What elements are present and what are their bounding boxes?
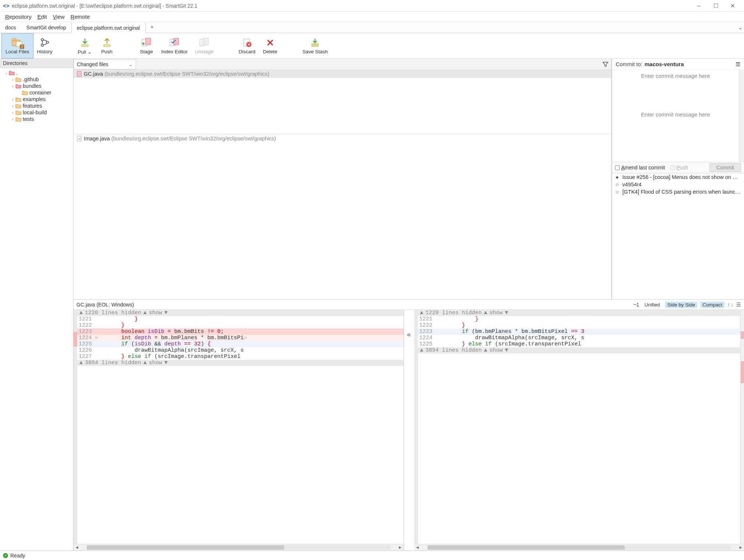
file-row-image[interactable]: Image.java (bundles/org.eclipse.swt/Ecli… bbox=[74, 134, 611, 143]
code-line[interactable]: 1226 drawBitmapAlpha(srcImage, srcX, s bbox=[77, 347, 404, 353]
code-line[interactable]: 1224 drawBitmapAlpha(srcImage, srcX, s bbox=[418, 335, 741, 341]
code-line[interactable]: 1223 if (bm.bmPlanes * bm.bmBitsPixel ==… bbox=[418, 329, 741, 335]
diff-header: GC.java (EOL: Windows) ~1 Unified Side b… bbox=[74, 299, 744, 310]
commit-button[interactable]: Commit bbox=[709, 163, 741, 172]
menu-view[interactable]: View bbox=[51, 13, 67, 21]
tree-item-local-build[interactable]: ›local-build bbox=[1, 109, 72, 116]
file-row-gc[interactable]: GC.java (bundles/org.eclipse.swt/Eclipse… bbox=[74, 70, 611, 78]
file-modified-icon bbox=[76, 71, 82, 77]
commit-to-label: Commit to: bbox=[616, 61, 643, 67]
directories-tree[interactable]: ⌄.›.github›bundlescontainer›examples›fea… bbox=[0, 68, 73, 550]
status-ok-icon: ✓ bbox=[3, 553, 8, 558]
svg-point-4 bbox=[41, 44, 43, 46]
maximize-button[interactable]: ☐ bbox=[707, 0, 724, 12]
diff-change-count: ~1 bbox=[633, 302, 639, 308]
status-text: Ready bbox=[10, 553, 25, 559]
tree-item-examples[interactable]: ›examples bbox=[1, 96, 72, 103]
tree-item-.[interactable]: ⌄. bbox=[1, 69, 72, 76]
tab-add[interactable]: ＋ bbox=[146, 22, 158, 33]
code-line[interactable]: 1222 } bbox=[418, 322, 741, 329]
changed-files-header: Changed files⌄ bbox=[74, 59, 611, 70]
log-row[interactable]: ○[GTK4] Flood of CSS parsing errors when… bbox=[612, 188, 744, 195]
svg-rect-13 bbox=[203, 38, 208, 45]
index-editor-button[interactable]: Index Editor bbox=[158, 33, 192, 58]
stage-button[interactable]: Stage bbox=[136, 33, 158, 58]
diff-right-lines[interactable]: ▲1220 lines hidden▲show▼ 1221 }1222 }122… bbox=[418, 310, 741, 544]
changed-files-list[interactable]: GC.java (bundles/org.eclipse.swt/Eclipse… bbox=[74, 70, 611, 134]
tree-item-container[interactable]: container bbox=[1, 89, 72, 96]
local-files-button[interactable]: 2 Local Files bbox=[1, 33, 33, 58]
push-icon bbox=[101, 37, 112, 48]
history-icon bbox=[39, 37, 50, 48]
menu-repository[interactable]: Repository bbox=[3, 13, 34, 21]
diff-right-hscroll[interactable]: ◀▶ bbox=[414, 544, 744, 550]
tab-smartgit-develop[interactable]: SmartGit develop bbox=[21, 22, 71, 33]
discard-button[interactable]: Discard bbox=[235, 33, 259, 58]
svg-rect-1 bbox=[12, 39, 16, 41]
svg-point-3 bbox=[41, 39, 43, 41]
save-stash-button[interactable]: Save Stash bbox=[299, 33, 332, 58]
code-line[interactable]: 1225 } else if (srcImage.transparentPixe… bbox=[418, 341, 741, 347]
view-side-by-side[interactable]: Side by Side bbox=[665, 302, 697, 308]
unstage-button[interactable]: Unstage bbox=[192, 33, 217, 58]
tree-item-bundles[interactable]: ›bundles bbox=[1, 83, 72, 89]
menu-remote[interactable]: Remote bbox=[68, 13, 92, 21]
apply-change-left-icon[interactable]: « bbox=[407, 331, 411, 338]
local-files-icon: 2 bbox=[12, 37, 23, 48]
tree-item-tests[interactable]: ›tests bbox=[1, 116, 72, 122]
tree-item-features[interactable]: ›features bbox=[1, 103, 72, 109]
code-line[interactable]: 1224» int depth = bm.bmPlanes * bm.bmBit… bbox=[77, 335, 404, 341]
code-line[interactable]: 1227 } else if (srcImage.transparentPixe… bbox=[77, 353, 404, 360]
svg-rect-18 bbox=[77, 71, 81, 76]
view-compact[interactable]: Compact bbox=[700, 302, 725, 308]
diff-overview-ruler[interactable] bbox=[740, 310, 744, 544]
diff-menu-icon[interactable]: ☰ bbox=[736, 302, 741, 308]
log-row[interactable]: ○v4954r4 bbox=[612, 181, 744, 188]
commit-scrollbar[interactable] bbox=[739, 70, 744, 162]
window-title: eclipse.platform.swt.original - [E:\swt\… bbox=[12, 3, 690, 9]
title-bar: <> eclipse.platform.swt.original - [E:\s… bbox=[0, 0, 744, 12]
delete-button[interactable]: Delete bbox=[259, 33, 281, 58]
filter-icon[interactable] bbox=[602, 61, 608, 67]
tree-item-.github[interactable]: ›.github bbox=[1, 76, 72, 83]
commit-branch: macos-ventura bbox=[645, 61, 684, 67]
menu-edit[interactable]: Edit bbox=[35, 13, 49, 21]
code-line[interactable]: 1223 boolean isDib = bm.bmBits != 0; bbox=[77, 329, 404, 335]
diff-right-pane: ▲1220 lines hidden▲show▼ 1221 }1222 }122… bbox=[414, 310, 744, 550]
view-unified[interactable]: Unified bbox=[642, 302, 662, 308]
tab-docs[interactable]: docs bbox=[0, 22, 21, 33]
commit-menu-icon[interactable]: ☰ bbox=[736, 61, 740, 68]
changed-files-dropdown[interactable]: Changed files⌄ bbox=[74, 59, 136, 69]
next-change-icon[interactable]: ↓ bbox=[731, 302, 733, 308]
svg-rect-7 bbox=[104, 44, 110, 47]
svg-rect-9 bbox=[146, 38, 151, 45]
stage-icon bbox=[141, 37, 152, 48]
svg-rect-16 bbox=[312, 43, 318, 45]
code-line[interactable]: 1221 } bbox=[77, 316, 404, 322]
prev-change-icon[interactable]: ↑ bbox=[727, 302, 730, 308]
diff-left-pane: ▲1220 lines hidden▲show▼ 1221 }1222 }122… bbox=[74, 310, 404, 550]
staged-files-list[interactable]: Image.java (bundles/org.eclipse.swt/Ecli… bbox=[74, 134, 611, 198]
diff-left-hscroll[interactable]: ◀▶ bbox=[74, 544, 404, 550]
tab-eclipse-swt[interactable]: eclipse.platform.swt.original bbox=[71, 22, 146, 33]
minimize-button[interactable]: ─ bbox=[690, 0, 707, 12]
delete-icon bbox=[265, 37, 276, 48]
close-button[interactable]: ✕ bbox=[724, 0, 741, 12]
directories-header: Directories bbox=[0, 59, 73, 68]
commit-message-input[interactable] bbox=[612, 70, 739, 162]
pull-button[interactable]: Pull ⌄ bbox=[74, 33, 96, 58]
diff-left-lines[interactable]: ▲1220 lines hidden▲show▼ 1221 }1222 }122… bbox=[77, 310, 404, 544]
tabs-overflow[interactable]: ⌄ bbox=[737, 22, 744, 33]
push-button[interactable]: Push bbox=[96, 33, 118, 58]
amend-checkbox[interactable]: Amend last commit bbox=[615, 165, 665, 170]
code-line[interactable]: 1225 if (isDib && depth == 32) { bbox=[77, 341, 404, 347]
log-row[interactable]: ●Issue #256 - [cocoa] Menus does not sho… bbox=[612, 173, 744, 181]
commit-log[interactable]: ●Issue #256 - [cocoa] Menus does not sho… bbox=[612, 173, 744, 299]
history-button[interactable]: History bbox=[33, 33, 56, 58]
discard-icon bbox=[242, 37, 253, 48]
local-files-badge: 2 bbox=[20, 44, 24, 49]
code-line[interactable]: 1221 } bbox=[418, 316, 741, 322]
code-line[interactable]: 1222 } bbox=[77, 322, 404, 329]
toolbar: 2 Local Files History Pull ⌄ Push bbox=[0, 33, 744, 59]
diff-view: ▲1220 lines hidden▲show▼ 1221 }1222 }122… bbox=[74, 310, 744, 550]
